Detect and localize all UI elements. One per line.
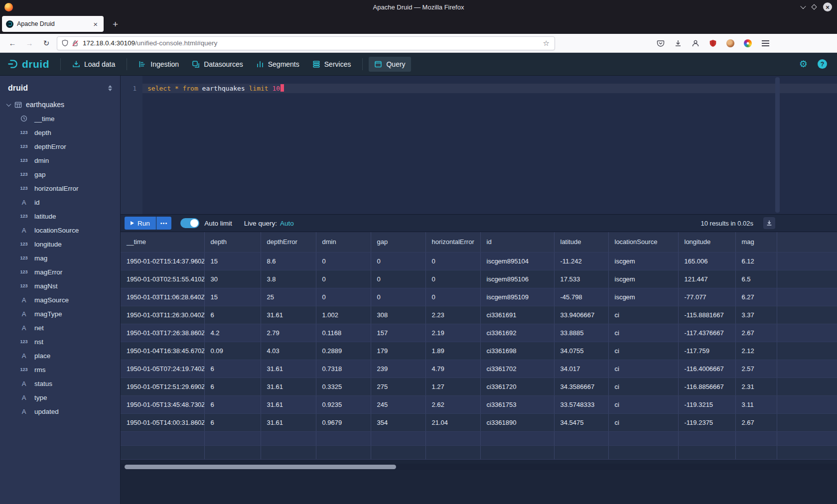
menu-icon[interactable] — [760, 38, 770, 48]
table-cell[interactable]: 0 — [316, 270, 371, 288]
table-cell[interactable]: -116.8856667 — [678, 378, 735, 395]
table-cell[interactable]: ci — [608, 413, 678, 431]
back-button[interactable]: ← — [6, 37, 19, 50]
table-cell[interactable]: 31.61 — [261, 378, 316, 395]
table-cell[interactable]: 33.8885 — [554, 324, 608, 342]
sidebar-column-depthError[interactable]: 123depthError — [0, 139, 120, 153]
table-cell[interactable]: ci — [608, 324, 678, 342]
browser-tab[interactable]: Apache Druid × — [2, 16, 104, 32]
nav-query[interactable]: Query — [369, 57, 411, 72]
sidebar-column-magSource[interactable]: AmagSource — [0, 293, 120, 307]
horizontal-scrollbar-track[interactable] — [121, 464, 837, 470]
run-button[interactable]: Run — [125, 217, 156, 230]
table-cell[interactable]: 0 — [425, 288, 480, 306]
table-cell[interactable]: ci3361698 — [480, 342, 554, 360]
sidebar-column-magNst[interactable]: 123magNst — [0, 279, 120, 293]
nav-segments[interactable]: Segments — [251, 57, 305, 72]
table-cell[interactable]: ci — [608, 360, 678, 378]
table-cell[interactable]: 1.002 — [316, 306, 371, 324]
table-cell[interactable]: -115.8881667 — [678, 306, 735, 324]
table-cell[interactable]: 25 — [261, 288, 316, 306]
table-cell[interactable]: 121.447 — [678, 270, 735, 288]
column-header-depthError[interactable]: depthError — [261, 232, 316, 252]
table-cell[interactable]: 0 — [371, 270, 425, 288]
table-cell[interactable]: 0 — [425, 270, 480, 288]
table-cell[interactable]: -117.759 — [678, 342, 735, 360]
table-cell[interactable]: 1950-01-03T02:51:55.410Z — [121, 270, 204, 288]
table-cell[interactable]: 30 — [204, 270, 261, 288]
table-cell[interactable]: 0.9679 — [316, 413, 371, 431]
column-header-id[interactable]: id — [480, 232, 554, 252]
sidebar-column-longitude[interactable]: 123longitude — [0, 237, 120, 251]
insecure-lock-icon[interactable] — [72, 40, 79, 47]
sidebar-column-place[interactable]: Aplace — [0, 349, 120, 363]
sidebar-column-magType[interactable]: AmagType — [0, 307, 120, 321]
table-cell[interactable]: 1950-01-05T14:00:31.860Z — [121, 413, 204, 431]
table-cell[interactable]: ci — [608, 378, 678, 395]
url-bar[interactable]: 172.18.0.4:30109/unified-console.html#qu… — [57, 36, 555, 50]
sidebar-column-mag[interactable]: 123mag — [0, 251, 120, 265]
horizontal-scrollbar-thumb[interactable] — [125, 465, 396, 469]
table-cell[interactable]: -119.3215 — [678, 395, 735, 413]
table-cell[interactable]: 1950-01-05T13:45:48.730Z — [121, 395, 204, 413]
table-cell[interactable]: -45.798 — [554, 288, 608, 306]
sidebar-column-status[interactable]: Astatus — [0, 377, 120, 390]
table-cell[interactable]: 2.31 — [735, 378, 777, 395]
table-cell[interactable]: 6.5 — [735, 270, 777, 288]
sidebar-column-gap[interactable]: 123gap — [0, 167, 120, 181]
table-cell[interactable]: 15 — [204, 252, 261, 270]
table-cell[interactable]: 6.12 — [735, 252, 777, 270]
table-cell[interactable]: 0.09 — [204, 342, 261, 360]
table-cell[interactable]: 0 — [425, 252, 480, 270]
table-cell[interactable]: 239 — [371, 360, 425, 378]
tab-close-icon[interactable]: × — [91, 19, 100, 29]
table-cell[interactable]: 354 — [371, 413, 425, 431]
table-cell[interactable]: 2.62 — [425, 395, 480, 413]
table-cell[interactable]: 1950-01-05T07:24:19.740Z — [121, 360, 204, 378]
table-cell[interactable]: 31.61 — [261, 395, 316, 413]
nav-datasources[interactable]: Datasources — [186, 57, 249, 72]
table-cell[interactable]: 2.57 — [735, 360, 777, 378]
table-cell[interactable]: 33.9406667 — [554, 306, 608, 324]
table-cell[interactable]: ci3361692 — [480, 324, 554, 342]
table-cell[interactable]: 33.5748333 — [554, 395, 608, 413]
sidebar-column-locationSource[interactable]: AlocationSource — [0, 223, 120, 237]
table-cell[interactable]: 2.79 — [261, 324, 316, 342]
table-cell[interactable]: iscgem — [608, 252, 678, 270]
table-cell[interactable]: 3.11 — [735, 395, 777, 413]
table-cell[interactable]: 4.79 — [425, 360, 480, 378]
table-cell[interactable]: 17.533 — [554, 270, 608, 288]
schema-selector[interactable]: druid — [0, 76, 120, 98]
table-cell[interactable]: 1950-01-05T12:51:29.690Z — [121, 378, 204, 395]
table-cell[interactable]: 21.04 — [425, 413, 480, 431]
column-header-longitude[interactable]: longitude — [678, 232, 735, 252]
sidebar-column-rms[interactable]: 123rms — [0, 363, 120, 377]
table-cell[interactable]: 1.27 — [425, 378, 480, 395]
table-cell[interactable]: 0.3325 — [316, 378, 371, 395]
table-cell[interactable]: 1950-01-03T11:26:30.040Z — [121, 306, 204, 324]
table-cell[interactable]: 0.2889 — [316, 342, 371, 360]
table-cell[interactable]: -11.242 — [554, 252, 608, 270]
table-cell[interactable]: ci — [608, 395, 678, 413]
table-cell[interactable]: -119.2375 — [678, 413, 735, 431]
sidebar-column-net[interactable]: Anet — [0, 321, 120, 335]
column-header-mag[interactable]: mag — [735, 232, 777, 252]
column-header-gap[interactable]: gap — [371, 232, 425, 252]
table-cell[interactable]: 6 — [204, 360, 261, 378]
nav-load-data[interactable]: Load data — [67, 57, 121, 72]
table-cell[interactable]: 4.2 — [204, 324, 261, 342]
table-cell[interactable]: ci3361753 — [480, 395, 554, 413]
window-maximize-icon[interactable] — [811, 4, 817, 9]
table-cell[interactable]: 31.61 — [261, 360, 316, 378]
tracking-shield-icon[interactable] — [61, 39, 69, 47]
table-cell[interactable]: 34.0755 — [554, 342, 608, 360]
table-cell[interactable]: 6.27 — [735, 288, 777, 306]
window-minimize-icon[interactable] — [800, 3, 806, 9]
druid-logo[interactable]: druid — [7, 58, 49, 70]
sidebar-column-id[interactable]: Aid — [0, 195, 120, 209]
table-cell[interactable]: 2.67 — [735, 413, 777, 431]
table-cell[interactable]: 1950-01-03T11:06:28.640Z — [121, 288, 204, 306]
table-cell[interactable]: 275 — [371, 378, 425, 395]
table-cell[interactable]: 1.89 — [425, 342, 480, 360]
table-cell[interactable]: 2.12 — [735, 342, 777, 360]
